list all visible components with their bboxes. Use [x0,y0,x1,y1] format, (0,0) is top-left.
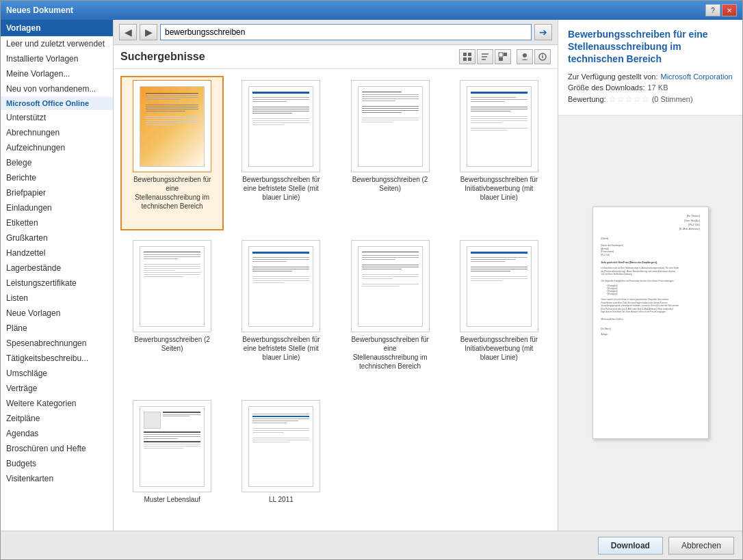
sidebar-item-etiketten[interactable]: Etiketten [1,215,113,230]
preview-document: [Ihr Name][Ihre Straße][PLZ Ort][E-Mail-… [592,206,709,439]
template-label-t6: Bewerbungsschreiben für eine befristete … [242,335,320,362]
window-title: Neues Dokument [6,5,73,15]
template-label-t2: Bewerbungsschreiben für eine befristete … [242,175,320,202]
svg-rect-0 [463,53,467,56]
template-item-t6[interactable]: Bewerbungsschreiben für eine befristete … [229,236,333,390]
detail-info: Bewerbungsschreiben für eine Stellenauss… [558,20,742,116]
search-go-button[interactable]: ➔ [534,24,552,40]
title-bar: Neues Dokument ? ✕ [1,1,742,20]
star-4[interactable]: ☆ [634,94,641,104]
sidebar-item-neue_vorlagen[interactable]: Neue Vorlagen [1,306,113,321]
sidebar-scroll[interactable]: Leer und zuletzt verwendetInstallierte V… [1,36,113,531]
template-item-t5[interactable]: Bewerbungsschreiben (2 Seiten) [120,236,224,390]
template-label-t7: Bewerbungsschreiben für eine Stellenauss… [351,335,430,371]
sidebar-item-berichte[interactable]: Berichte [1,170,113,185]
template-label-t1: Bewerbungsschreiben für eine Stellenauss… [133,175,211,211]
svg-rect-2 [463,57,467,61]
star-1[interactable]: ☆ [609,94,616,104]
results-toolbar [459,49,551,64]
results-header: Suchergebnisse [114,45,558,69]
template-item-t10[interactable]: LL 2011 [229,396,333,524]
template-label-t3: Bewerbungsschreiben (2 Seiten) [351,175,430,193]
view-sort-button[interactable] [477,49,493,64]
size-row: Größe des Downloads: 17 KB [568,83,733,92]
template-item-t2[interactable]: Bewerbungsschreiben für eine befristete … [229,76,333,230]
sidebar-item-umschlaege[interactable]: Umschläge [1,366,113,381]
sidebar-item-grusskarten[interactable]: Grußkarten [1,230,113,245]
star-3[interactable]: ☆ [625,94,633,104]
template-label-t8: Bewerbungsschreiben für Initiativbewerbu… [460,335,538,362]
sidebar-item-plaene[interactable]: Pläne [1,321,113,336]
sidebar-item-listen[interactable]: Listen [1,291,113,306]
sidebar-item-abrechnungen[interactable]: Abrechnungen [1,125,113,140]
sidebar-item-budgets[interactable]: Budgets [1,456,113,471]
template-item-t8[interactable]: Bewerbungsschreiben für Initiativbewerbu… [447,236,551,390]
close-button[interactable]: ✕ [722,4,737,16]
sidebar-item-meine[interactable]: Meine Vorlagen... [1,66,113,81]
sidebar-item-unterstuetzt[interactable]: Unterstützt [1,110,113,125]
cancel-button[interactable]: Abbrechen [668,537,734,555]
sidebar-item-taetigkeitsbeschreibung[interactable]: Tätigkeitsbeschreibu... [1,351,113,366]
view-large-button[interactable] [459,49,475,64]
user-button[interactable] [517,49,533,64]
sidebar-item-weitere[interactable]: Weitere Kategorien [1,396,113,411]
forward-button[interactable]: ▶ [140,24,157,40]
sidebar-item-agendas[interactable]: Agendas [1,426,113,441]
results-title: Suchergebnisse [120,51,205,63]
template-item-t4[interactable]: Bewerbungsschreiben für Initiativbewerbu… [447,76,551,230]
size-value: 17 KB [648,83,668,92]
help-button[interactable]: ? [705,4,720,16]
svg-rect-7 [499,53,503,57]
sidebar-item-handzettel[interactable]: Handzettel [1,245,113,261]
sidebar-item-briefpapier[interactable]: Briefpapier [1,185,113,200]
sidebar-item-vertraege[interactable]: Verträge [1,381,113,396]
footer: Download Abbrechen [1,531,742,559]
sidebar-item-neu[interactable]: Neu von vorhandenem... [1,81,113,96]
download-button[interactable]: Download [598,537,663,555]
center-panel: ◀ ▶ ➔ Suchergebnisse [114,20,558,531]
sidebar: Vorlagen Leer und zuletzt verwendetInsta… [1,20,114,531]
sidebar-item-leer[interactable]: Leer und zuletzt verwendet [1,36,113,51]
template-thumb-t1 [133,80,211,172]
template-thumb-t4 [460,80,538,172]
view-details-button[interactable] [495,49,511,64]
svg-rect-8 [504,53,507,56]
svg-rect-3 [468,57,471,61]
download-info-button[interactable] [534,49,551,64]
template-label-t9: Muster Lebenslauf [144,495,200,504]
main-content: Vorlagen Leer und zuletzt verwendetInsta… [1,20,742,531]
sidebar-item-leistungszertifikate[interactable]: Leistungszertifikate [1,276,113,291]
provider-row: Zur Verfügung gestellt von: Microsoft Co… [568,72,733,81]
preview-area: [Ihr Name][Ihre Straße][PLZ Ort][E-Mail-… [558,116,742,531]
sidebar-item-msonline[interactable]: Microsoft Office Online [1,96,113,110]
sidebar-item-broschueren[interactable]: Broschüren und Hefte [1,441,113,456]
sidebar-item-zeitplaene[interactable]: Zeitpläne [1,411,113,426]
template-item-t9[interactable]: Muster Lebenslauf [120,396,224,524]
sidebar-header: Vorlagen [1,20,113,36]
sidebar-item-installiert[interactable]: Installierte Vorlagen [1,51,113,66]
template-label-t4: Bewerbungsschreiben für Initiativbewerbu… [460,175,538,202]
rating-count: (0 Stimmen) [652,95,693,103]
sidebar-item-lagerbestaende[interactable]: Lagerbestände [1,261,113,276]
title-bar-buttons: ? ✕ [705,4,737,16]
search-input[interactable] [160,24,532,40]
template-thumb-t9 [133,400,211,492]
template-item-t3[interactable]: Bewerbungsschreiben (2 Seiten) [339,76,442,230]
size-label: Größe des Downloads: [568,83,645,92]
template-item-t1[interactable]: Bewerbungsschreiben für eine Stellenauss… [120,76,224,230]
template-item-t7[interactable]: Bewerbungsschreiben für eine Stellenauss… [339,236,442,390]
provider-link[interactable]: Microsoft Corporation [660,72,732,81]
right-panel: Bewerbungsschreiben für eine Stellenauss… [558,20,742,531]
sidebar-item-spesenabrechnungen[interactable]: Spesenabrechnungen [1,336,113,351]
template-label-t5: Bewerbungsschreiben (2 Seiten) [133,335,211,353]
back-button[interactable]: ◀ [119,24,137,40]
rating-label: Bewertung: [568,95,606,103]
star-5[interactable]: ☆ [642,94,649,104]
svg-point-10 [523,53,527,57]
sidebar-item-aufzeichnungen[interactable]: Aufzeichnungen [1,140,113,155]
star-2[interactable]: ☆ [617,94,625,104]
sidebar-item-einladungen[interactable]: Einladungen [1,200,113,215]
sidebar-item-belege[interactable]: Belege [1,155,113,170]
rating-stars: ☆ ☆ ☆ ☆ ☆ [609,94,649,104]
sidebar-item-visitenkarten[interactable]: Visitenkarten [1,471,113,486]
